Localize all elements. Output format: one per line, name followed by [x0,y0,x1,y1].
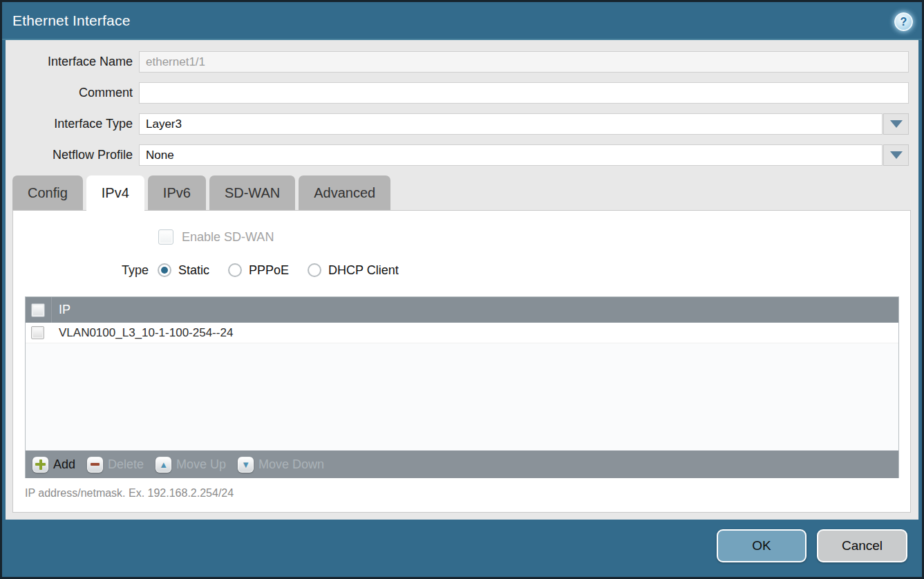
cancel-button[interactable]: Cancel [817,529,907,562]
enable-sdwan-checkbox [158,229,173,245]
dialog-content: Interface Name Comment Interface Type La… [6,40,918,520]
chevron-down-icon [890,151,903,159]
delete-button-label: Delete [108,457,144,472]
tab-ipv4[interactable]: IPv4 [86,175,144,211]
row-checkbox[interactable] [31,326,44,339]
radio-static-label: Static [178,263,209,278]
select-all-checkbox[interactable] [31,303,45,317]
type-row: Type Static PPPoE DHCP Client [122,262,910,278]
add-button[interactable]: Add [32,457,75,473]
type-label: Type [122,263,149,278]
dialog-title: Ethernet Interface [12,12,131,29]
move-down-button-label: Move Down [258,457,324,472]
tab-ipv6[interactable]: IPv6 [148,175,206,210]
table-row[interactable]: VLAN0100_L3_10-1-100-254--24 [26,323,898,343]
table-empty-area [26,343,898,450]
ipv4-tab-panel: Enable SD-WAN Type Static PPPoE DHCP Cli… [12,210,911,513]
add-icon [32,457,48,473]
interface-type-dropdown-button[interactable] [883,113,909,135]
tab-bar: Config IPv4 IPv6 SD-WAN Advanced [12,175,918,210]
interface-type-dropdown[interactable]: Layer3 [139,113,883,135]
title-bar: Ethernet Interface ? [2,2,922,40]
move-up-button: ▲ Move Up [155,457,226,473]
enable-sdwan-label: Enable SD-WAN [182,230,274,245]
interface-type-row: Interface Type Layer3 [6,113,918,135]
ip-table-header: IP [26,297,898,323]
interface-name-row: Interface Name [6,51,918,73]
netflow-profile-row: Netflow Profile None [6,144,918,166]
enable-sdwan-row: Enable SD-WAN [158,229,910,245]
help-icon[interactable]: ? [894,12,913,31]
chevron-down-icon [890,120,903,128]
move-up-icon: ▲ [155,457,171,473]
help-glyph: ? [901,16,907,28]
netflow-profile-dropdown[interactable]: None [139,144,883,166]
radio-dhcp-client-label: DHCP Client [328,263,399,278]
comment-input[interactable] [139,82,909,104]
tab-sdwan[interactable]: SD-WAN [209,175,295,210]
netflow-profile-dropdown-button[interactable] [883,144,909,166]
radio-pppoe-control[interactable] [228,263,242,277]
ok-button[interactable]: OK [717,529,807,562]
move-down-button: ▼ Move Down [238,457,324,473]
tab-advanced[interactable]: Advanced [299,175,390,210]
ip-table-toolbar: Add Delete ▲ Move Up ▼ Move Down [26,450,898,478]
netflow-profile-label: Netflow Profile [6,148,139,162]
footer-bar: OK Cancel [2,520,922,577]
radio-dhcp-client-control[interactable] [308,263,321,277]
tab-config[interactable]: Config [12,175,83,210]
interface-name-input [139,51,909,73]
ip-format-hint: IP address/netmask. Ex. 192.168.2.254/24 [25,487,899,500]
move-down-icon: ▼ [238,457,254,473]
move-up-button-label: Move Up [176,457,226,472]
delete-icon [87,457,103,473]
radio-pppoe-label: PPPoE [249,263,289,278]
radio-dhcp-client[interactable]: DHCP Client [308,263,399,278]
interface-type-label: Interface Type [6,117,139,131]
comment-row: Comment [6,82,918,104]
add-button-label: Add [53,457,75,472]
ip-cell-value: VLAN0100_L3_10-1-100-254--24 [44,326,233,340]
interface-name-label: Interface Name [6,55,139,69]
ethernet-interface-dialog: Ethernet Interface ? Interface Name Comm… [0,0,924,579]
delete-button: Delete [87,457,144,473]
comment-label: Comment [6,86,139,100]
radio-static-control[interactable] [158,263,171,277]
radio-static[interactable]: Static [158,263,209,278]
radio-pppoe[interactable]: PPPoE [228,263,289,278]
ip-table: IP VLAN0100_L3_10-1-100-254--24 Add Dele… [25,296,899,478]
ip-column-header: IP [52,303,70,317]
